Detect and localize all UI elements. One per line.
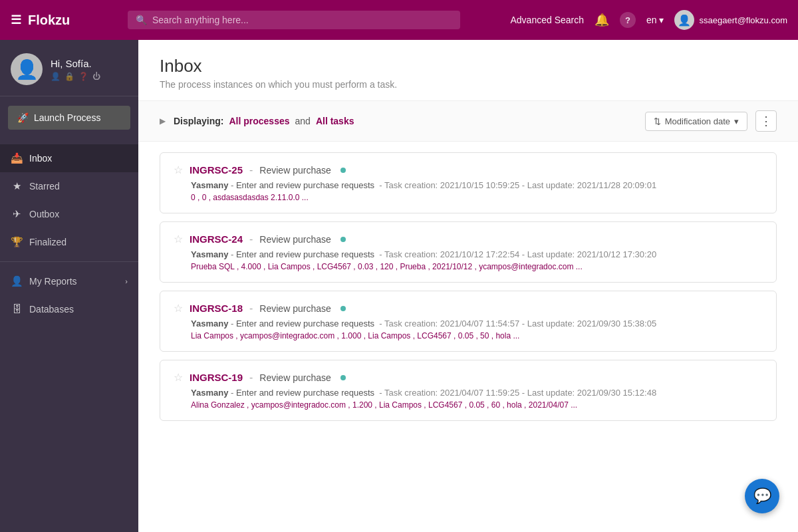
task-process: Enter and review purchase requests xyxy=(236,319,374,329)
content-header: Inbox The process instances on which you… xyxy=(138,40,798,101)
filter-right: ⇅ Modification date ▾ ⋮ xyxy=(645,110,777,132)
task-process: Enter and review purchase requests xyxy=(236,180,374,190)
task-preview: 0 , 0 , asdasasdasdas 2.11.0.0 ... xyxy=(191,193,763,202)
task-preview: Prueba SQL , 4.000 , Lia Campos , LCG456… xyxy=(191,262,763,271)
more-options-icon: ⋮ xyxy=(760,114,772,128)
task-dates: - Task creation: 2021/10/15 10:59:25 - L… xyxy=(377,180,656,190)
task-dash: - xyxy=(231,249,236,259)
finalized-icon: 🏆 xyxy=(11,236,23,248)
starred-icon: ★ xyxy=(11,180,23,192)
task-card[interactable]: ☆ INGRSC-25 - Review purchase Yasmany - … xyxy=(160,152,777,213)
launch-process-label: Launch Process xyxy=(34,112,100,123)
task-meta: Yasmany - Enter and review purchase requ… xyxy=(191,319,763,329)
task-meta: Yasmany - Enter and review purchase requ… xyxy=(191,388,763,398)
task-name: Review purchase xyxy=(259,234,331,245)
task-status-dot xyxy=(340,306,346,311)
filter-display[interactable]: ▶ Displaying: All processes and All task… xyxy=(160,116,354,126)
task-card[interactable]: ☆ INGRSC-24 - Review purchase Yasmany - … xyxy=(160,221,777,283)
star-icon[interactable]: ☆ xyxy=(174,233,183,245)
sidebar-item-my-reports[interactable]: 👤 My Reports › xyxy=(0,267,138,295)
my-reports-chevron-icon: › xyxy=(125,277,128,285)
sidebar-item-inbox[interactable]: 📥 Inbox xyxy=(0,144,138,172)
filter-bar: ▶ Displaying: All processes and All task… xyxy=(138,101,798,142)
task-id: INGRSC-18 xyxy=(190,303,243,314)
sidebar-item-finalized-label: Finalized xyxy=(29,237,66,247)
more-options-button[interactable]: ⋮ xyxy=(755,110,777,132)
lang-chevron-icon: ▾ xyxy=(659,15,664,25)
sidebar-item-starred[interactable]: ★ Starred xyxy=(0,172,138,200)
task-dates: - Task creation: 2021/04/07 11:59:25 - L… xyxy=(377,388,656,398)
help-icon[interactable]: ? xyxy=(620,12,636,28)
sidebar-nav: 📥 Inbox ★ Starred ✈ Outbox 🏆 Finalized 👤… xyxy=(0,139,138,532)
advanced-search-link[interactable]: Advanced Search xyxy=(510,15,584,25)
star-icon[interactable]: ☆ xyxy=(174,164,183,176)
sort-icon: ⇅ xyxy=(654,116,661,126)
task-dates: - Task creation: 2021/04/07 11:54:57 - L… xyxy=(377,319,656,329)
task-id: INGRSC-19 xyxy=(190,372,243,383)
task-author: Yasmany xyxy=(191,319,228,329)
sidebar-item-databases[interactable]: 🗄 Databases xyxy=(0,295,138,323)
outbox-icon: ✈ xyxy=(11,208,23,220)
lock-icon[interactable]: 🔒 xyxy=(65,72,74,81)
task-preview: Lia Campos , ycampos@integradoc.com , 1.… xyxy=(191,331,763,340)
user-email: ssaegaert@flokzu.com xyxy=(700,15,787,25)
launch-process-button[interactable]: 🚀 Launch Process xyxy=(8,106,130,130)
main-layout: 👤 Hi, Sofía. 👤 🔒 ❓ ⏻ 🚀 Launch Process 📥 … xyxy=(0,40,798,532)
task-separator: - xyxy=(249,233,253,245)
chat-button[interactable]: 💬 xyxy=(745,479,779,513)
filter-label: Displaying: xyxy=(174,116,223,126)
sidebar-item-finalized[interactable]: 🏆 Finalized xyxy=(0,228,138,256)
task-process: Enter and review purchase requests xyxy=(236,388,374,398)
chat-icon: 💬 xyxy=(753,487,771,505)
nav-divider xyxy=(0,261,138,262)
task-preview: Alina Gonzalez , ycampos@integradoc.com … xyxy=(191,400,763,410)
task-id: INGRSC-24 xyxy=(190,233,243,245)
search-input[interactable] xyxy=(152,15,452,25)
sidebar-item-outbox[interactable]: ✈ Outbox xyxy=(0,200,138,228)
task-dash: - xyxy=(231,319,236,329)
task-card-header: ☆ INGRSC-18 - Review purchase xyxy=(174,302,763,315)
task-dash: - xyxy=(231,180,236,190)
hamburger-icon[interactable]: ☰ xyxy=(11,13,21,27)
task-status-dot xyxy=(340,375,346,380)
search-icon: 🔍 xyxy=(136,15,147,25)
user-info[interactable]: 👤 ssaegaert@flokzu.com xyxy=(674,10,787,30)
task-separator: - xyxy=(249,164,253,176)
brand-name: Flokzu xyxy=(28,13,70,28)
power-icon[interactable]: ⏻ xyxy=(92,72,100,81)
filter-process-value: All processes xyxy=(229,116,289,126)
user-avatar: 👤 xyxy=(674,10,694,30)
task-meta: Yasmany - Enter and review purchase requ… xyxy=(191,249,763,259)
task-separator: - xyxy=(249,372,253,384)
inbox-icon: 📥 xyxy=(11,152,23,164)
user-greeting: Hi, Sofía. xyxy=(51,58,100,69)
task-name: Review purchase xyxy=(259,372,331,383)
task-card-header: ☆ INGRSC-25 - Review purchase xyxy=(174,164,763,176)
task-id: INGRSC-25 xyxy=(190,164,243,176)
sidebar-item-outbox-label: Outbox xyxy=(29,209,59,219)
question-icon[interactable]: ❓ xyxy=(78,72,88,81)
task-status-dot xyxy=(340,237,346,242)
filter-task-value: All tasks xyxy=(316,116,354,126)
filter-and-text: and xyxy=(295,116,311,126)
language-label: en xyxy=(646,15,657,25)
star-icon[interactable]: ☆ xyxy=(174,302,183,315)
language-selector[interactable]: en ▾ xyxy=(646,15,664,25)
databases-icon: 🗄 xyxy=(11,303,23,315)
sort-chevron-icon: ▾ xyxy=(734,116,739,126)
sidebar-user: 👤 Hi, Sofía. 👤 🔒 ❓ ⏻ xyxy=(0,40,138,96)
sort-button[interactable]: ⇅ Modification date ▾ xyxy=(645,112,747,131)
sidebar: 👤 Hi, Sofía. 👤 🔒 ❓ ⏻ 🚀 Launch Process 📥 … xyxy=(0,40,138,532)
profile-icon[interactable]: 👤 xyxy=(51,72,61,81)
rocket-icon: 🚀 xyxy=(17,112,29,123)
sort-label: Modification date xyxy=(665,116,730,126)
sidebar-item-my-reports-label: My Reports xyxy=(29,276,77,287)
task-card[interactable]: ☆ INGRSC-18 - Review purchase Yasmany - … xyxy=(160,291,777,352)
bell-icon[interactable]: 🔔 xyxy=(595,13,609,27)
star-icon[interactable]: ☆ xyxy=(174,371,183,384)
task-author: Yasmany xyxy=(191,180,228,190)
task-dates: - Task creation: 2021/10/12 17:22:54 - L… xyxy=(377,249,656,259)
task-status-dot xyxy=(340,168,346,173)
task-card[interactable]: ☆ INGRSC-19 - Review purchase Yasmany - … xyxy=(160,360,777,421)
user-action-icons: 👤 🔒 ❓ ⏻ xyxy=(51,72,100,81)
